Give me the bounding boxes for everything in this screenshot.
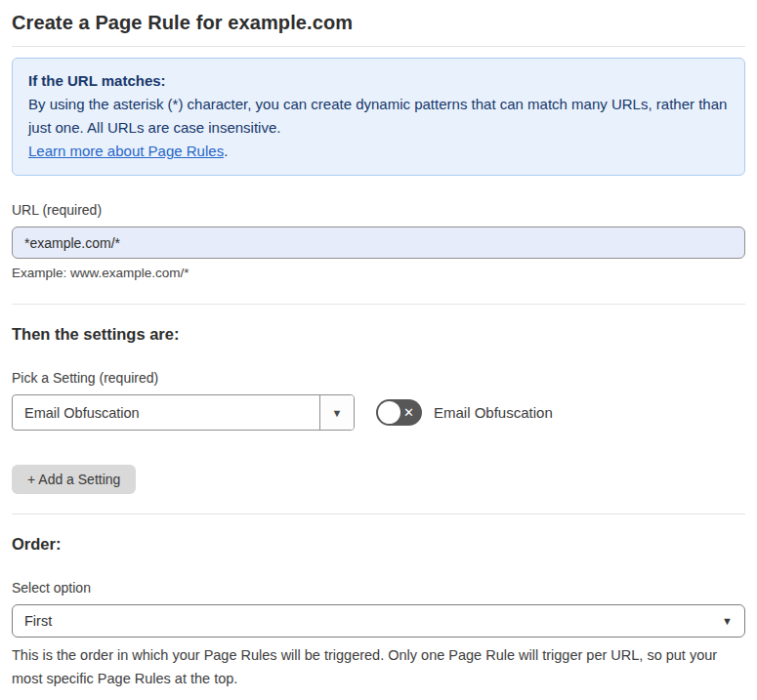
toggle-label: Email Obfuscation	[434, 404, 553, 421]
pick-setting-label: Pick a Setting (required)	[12, 370, 745, 386]
create-page-rule-form: Create a Page Rule for example.com If th…	[0, 0, 757, 700]
email-obfuscation-toggle[interactable]: ✕	[376, 399, 422, 426]
url-example-hint: Example: www.example.com/*	[12, 266, 745, 280]
info-box-body: By using the asterisk (*) character, you…	[28, 93, 729, 140]
info-box-heading: If the URL matches:	[28, 69, 729, 93]
toggle-off-x-icon: ✕	[403, 406, 414, 419]
order-section-heading: Order:	[12, 535, 745, 554]
info-box-link-line: Learn more about Page Rules.	[28, 140, 729, 163]
add-setting-button[interactable]: + Add a Setting	[12, 465, 136, 494]
setting-select[interactable]: Email Obfuscation ▼	[12, 394, 355, 431]
setting-select-value: Email Obfuscation	[13, 395, 319, 430]
section-divider-2	[12, 514, 745, 515]
chevron-down-icon[interactable]: ▼	[319, 395, 354, 430]
url-field-label: URL (required)	[12, 202, 745, 218]
url-input[interactable]	[12, 226, 745, 259]
order-select-value: First	[24, 613, 52, 629]
setting-picker-row: Email Obfuscation ▼ ✕ Email Obfuscation	[12, 394, 745, 431]
chevron-down-icon: ▼	[722, 615, 733, 627]
title-divider	[12, 46, 745, 47]
learn-more-link[interactable]: Learn more about Page Rules	[28, 143, 224, 159]
toggle-knob	[378, 401, 400, 424]
section-divider-1	[12, 304, 745, 305]
link-suffix: .	[224, 143, 228, 159]
url-matches-info-box: If the URL matches: By using the asteris…	[12, 58, 745, 176]
order-hint-text: This is the order in which your Page Rul…	[12, 643, 745, 690]
order-select-label: Select option	[12, 580, 745, 596]
page-title: Create a Page Rule for example.com	[12, 10, 745, 46]
order-select[interactable]: First ▼	[12, 604, 745, 638]
settings-section-heading: Then the settings are:	[12, 325, 745, 344]
